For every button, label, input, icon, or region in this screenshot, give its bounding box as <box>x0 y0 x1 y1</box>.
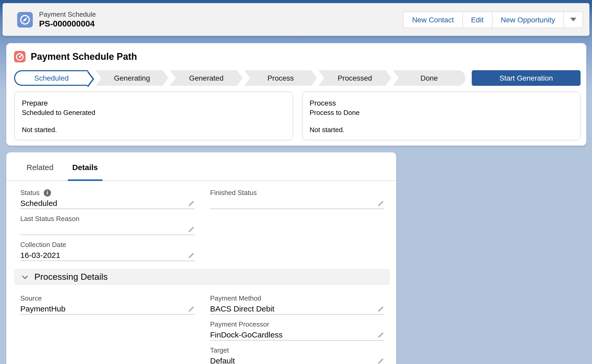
last-status-reason-field: Last Status Reason <box>20 214 194 235</box>
field-label-text: Collection Date <box>20 240 66 250</box>
finished-status-label: Finished Status <box>210 188 384 198</box>
target-value: Default <box>210 356 235 364</box>
edit-button[interactable]: Edit <box>463 11 492 28</box>
chevron-down-icon <box>21 273 29 281</box>
target-value-row: Default <box>210 355 384 364</box>
source-value-row: PaymentHub <box>20 303 194 315</box>
edit-pencil-icon[interactable] <box>377 357 384 364</box>
path-stage-processed[interactable]: Processed <box>318 70 391 86</box>
field-label-text: Payment Processor <box>210 320 269 329</box>
finished-status-field: Finished Status <box>210 188 384 209</box>
target-label: Target <box>210 346 384 355</box>
path-stage-generating[interactable]: Generating <box>96 70 168 86</box>
edit-pencil-icon[interactable] <box>187 305 194 313</box>
path-stage-label: Processed <box>338 74 372 82</box>
record-type-label: Payment Schedule <box>39 10 96 19</box>
path-card-title: Payment Schedule Path <box>31 51 137 62</box>
empty-cell <box>20 346 194 364</box>
path-stage-label: Scheduled <box>34 74 69 82</box>
target-field: Target Default <box>210 346 384 364</box>
field-label-text: Status <box>20 188 40 198</box>
record-header: Payment Schedule PS-000000004 New Contac… <box>3 3 589 36</box>
panel-subtitle: Scheduled to Generated <box>22 108 285 118</box>
header-titles: Payment Schedule PS-000000004 <box>39 10 96 29</box>
payment-processor-label: Payment Processor <box>210 320 384 329</box>
stage-arrow-shape <box>87 70 94 88</box>
path-stage-label: Generating <box>114 74 150 82</box>
payment-method-value: BACS Direct Debit <box>210 304 274 314</box>
panel-status: Not started. <box>22 126 285 134</box>
edit-pencil-icon[interactable] <box>377 305 384 313</box>
gauge-icon <box>14 51 26 62</box>
payment-processor-value: FinDock-GoCardless <box>210 330 282 340</box>
empty-cell <box>20 320 194 346</box>
payment-method-label: Payment Method <box>210 294 384 303</box>
empty-cell <box>210 214 384 240</box>
path: Scheduled Generating Generated Process P… <box>14 70 465 86</box>
panel-subtitle: Process to Done <box>310 108 573 118</box>
edit-pencil-icon[interactable] <box>187 200 194 207</box>
start-generation-button[interactable]: Start Generation <box>472 70 581 86</box>
detail-fields-top: Status i Scheduled Finished Status <box>6 181 396 266</box>
last-status-reason-label: Last Status Reason <box>20 214 194 224</box>
path-stage-scheduled[interactable]: Scheduled <box>14 70 88 86</box>
header-action-group: New Contact Edit New Opportunity <box>403 11 583 28</box>
path-stage-done[interactable]: Done <box>393 70 465 86</box>
field-label-text: Last Status Reason <box>20 214 79 224</box>
path-card-header: Payment Schedule Path <box>6 43 586 62</box>
top-strip <box>0 0 592 3</box>
path-stage-process[interactable]: Process <box>244 70 317 86</box>
status-field: Status i Scheduled <box>20 188 194 209</box>
field-label-text: Finished Status <box>210 188 257 198</box>
tab-related[interactable]: Related <box>17 152 63 180</box>
processing-details-section-header[interactable]: Processing Details <box>14 269 390 285</box>
status-label: Status i <box>20 188 194 198</box>
payment-method-value-row: BACS Direct Debit <box>210 303 384 315</box>
path-stage-label: Process <box>267 74 294 82</box>
status-value-row: Scheduled <box>20 198 194 209</box>
new-opportunity-button[interactable]: New Opportunity <box>492 11 564 28</box>
finished-status-value-row <box>210 198 384 209</box>
record-name: PS-000000004 <box>39 19 96 29</box>
panel-title: Process <box>310 98 573 108</box>
panel-title: Prepare <box>22 98 285 108</box>
page: Payment Schedule PS-000000004 New Contac… <box>0 0 592 364</box>
path-row: Scheduled Generating Generated Process P… <box>14 70 581 86</box>
new-contact-button[interactable]: New Contact <box>403 11 463 28</box>
collection-date-label: Collection Date <box>20 240 194 250</box>
payment-processor-field: Payment Processor FinDock-GoCardless <box>210 320 384 341</box>
collection-date-value: 16-03-2021 <box>20 250 60 261</box>
edit-pencil-icon[interactable] <box>377 200 384 207</box>
tab-details[interactable]: Details <box>63 152 107 180</box>
path-stage-generated[interactable]: Generated <box>170 70 243 86</box>
tab-bar: Related Details <box>6 152 396 181</box>
detail-fields-processing: Source PaymentHub Payment Method BACS Di… <box>6 285 396 364</box>
path-stage-label: Generated <box>189 74 223 82</box>
panel-status: Not started. <box>310 126 573 134</box>
record-detail-card: Related Details Status i Scheduled Finis… <box>6 152 396 364</box>
prepare-panel: Prepare Scheduled to Generated Not start… <box>14 92 293 140</box>
process-panel: Process Process to Done Not started. <box>302 92 581 140</box>
payment-schedule-path-card: Payment Schedule Path Scheduled Generati… <box>6 43 586 146</box>
empty-cell <box>210 240 384 266</box>
source-value: PaymentHub <box>20 304 65 314</box>
path-guidance-panels: Prepare Scheduled to Generated Not start… <box>14 92 581 140</box>
payment-processor-value-row: FinDock-GoCardless <box>210 329 384 341</box>
field-label-text: Payment Method <box>210 294 261 303</box>
field-label-text: Source <box>20 294 42 303</box>
collection-date-field: Collection Date 16-03-2021 <box>20 240 194 261</box>
status-value: Scheduled <box>20 198 57 209</box>
edit-pencil-icon[interactable] <box>187 226 194 233</box>
edit-pencil-icon[interactable] <box>187 252 194 259</box>
chevron-down-icon <box>570 18 576 21</box>
more-actions-button[interactable] <box>564 11 583 28</box>
path-stage-label: Done <box>420 74 438 82</box>
edit-pencil-icon[interactable] <box>377 331 384 339</box>
last-status-reason-value-row <box>20 224 194 235</box>
payment-method-field: Payment Method BACS Direct Debit <box>210 294 384 315</box>
info-icon[interactable]: i <box>44 189 51 197</box>
collection-date-value-row: 16-03-2021 <box>20 250 194 261</box>
section-title: Processing Details <box>34 272 108 282</box>
field-label-text: Target <box>210 346 229 355</box>
source-field: Source PaymentHub <box>20 294 194 315</box>
